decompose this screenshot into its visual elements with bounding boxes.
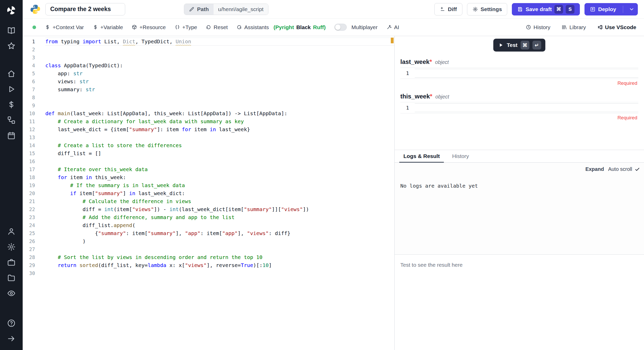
- code-line[interactable]: {"summary": item["summary"], "app": item…: [45, 229, 394, 237]
- workers-briefcase-icon[interactable]: [4, 255, 19, 270]
- code-line[interactable]: [45, 157, 394, 165]
- arg-name: last_week*: [400, 58, 432, 65]
- kbd-enter-badge: ↵: [532, 41, 541, 49]
- path-control[interactable]: Path u/henri/agile_script: [184, 4, 268, 15]
- schedules-icon[interactable]: [4, 128, 19, 143]
- star-icon[interactable]: [4, 38, 19, 54]
- settings-gear-icon[interactable]: [4, 239, 19, 255]
- multiplayer-toggle[interactable]: [334, 24, 347, 31]
- help-icon[interactable]: [4, 315, 19, 331]
- deploy-main[interactable]: Deploy: [585, 3, 620, 15]
- tab-history[interactable]: History: [446, 150, 475, 162]
- code-line[interactable]: if item["summary"] in last_week_dict:: [45, 189, 394, 197]
- arg-this-week: this_week* object 1 Required: [400, 93, 638, 121]
- code-line[interactable]: [45, 134, 394, 141]
- code-line[interactable]: [45, 269, 394, 277]
- code-line[interactable]: class AppData(TypedDict):: [45, 62, 394, 70]
- autoscroll-toggle[interactable]: Auto scroll: [608, 166, 640, 172]
- code-line[interactable]: # Calculate the difference in views: [45, 197, 394, 205]
- code-line[interactable]: [45, 94, 394, 102]
- code-line[interactable]: diff = int(item["views"]) - int(last_wee…: [45, 205, 394, 213]
- code-line[interactable]: # Add the difference, summary and app to…: [45, 213, 394, 221]
- code-line[interactable]: # Create a list to store the differences: [45, 141, 394, 149]
- deploy-button[interactable]: Deploy: [584, 3, 638, 15]
- code-line[interactable]: [45, 102, 394, 110]
- add-resource-button[interactable]: +Resource: [132, 24, 166, 30]
- diff-button[interactable]: Diff: [434, 3, 462, 15]
- code-line[interactable]: from typing import List, Dict, TypedDict…: [45, 38, 394, 46]
- arg-type-label: object: [435, 94, 449, 100]
- code-line[interactable]: # Sort the list by views in descending o…: [45, 253, 394, 261]
- audit-eye-icon[interactable]: [4, 286, 19, 301]
- code-line[interactable]: # Iterate over this_week data: [45, 165, 394, 173]
- reset-icon: [206, 24, 211, 30]
- code-line[interactable]: return sorted(diff_list, key=lambda x: x…: [45, 261, 394, 269]
- use-vscode-button[interactable]: Use VScode: [597, 24, 636, 30]
- result-tabs: Logs & Result History: [395, 150, 644, 163]
- arg-input-this-week[interactable]: 1: [400, 102, 638, 113]
- vscode-icon: [597, 24, 603, 30]
- line-number: 25: [23, 229, 35, 237]
- code-line[interactable]: summary: str: [45, 86, 394, 94]
- code-line[interactable]: last_week_dict = {item["summary"]: item …: [45, 126, 394, 134]
- code-line[interactable]: [45, 54, 394, 62]
- history-button[interactable]: History: [526, 24, 550, 30]
- folders-icon[interactable]: [4, 270, 19, 286]
- line-number: 22: [23, 205, 35, 213]
- script-title-input[interactable]: Compare the 2 weeks: [45, 3, 125, 15]
- ai-button[interactable]: AI: [386, 24, 399, 30]
- status-dot: [32, 26, 36, 29]
- save-draft-button[interactable]: Save draft ⌘ S: [512, 3, 580, 15]
- code-line[interactable]: views: str: [45, 78, 394, 86]
- code-line[interactable]: # Create a dictionary for last_week data…: [45, 118, 394, 126]
- expand-button[interactable]: Expand: [585, 166, 604, 172]
- add-variable-button[interactable]: +Variable: [93, 24, 123, 30]
- save-draft-label: Save draft: [526, 6, 552, 12]
- assistants-button[interactable]: Assistants: [236, 24, 269, 30]
- add-type-button[interactable]: +Type: [175, 24, 197, 30]
- resources-icon[interactable]: [4, 112, 19, 128]
- book-icon[interactable]: [4, 23, 19, 38]
- code-line[interactable]: ): [45, 237, 394, 245]
- python-logo-icon: [30, 4, 41, 15]
- test-button[interactable]: Test ⌘ ↵: [493, 39, 545, 52]
- deploy-dropdown[interactable]: [626, 3, 638, 15]
- line-number: 28: [23, 253, 35, 261]
- tab-logs-result[interactable]: Logs & Result: [397, 150, 446, 162]
- code-line[interactable]: app: str: [45, 70, 394, 78]
- settings-button[interactable]: Settings: [467, 3, 507, 15]
- code-line[interactable]: diff_list.append(: [45, 221, 394, 229]
- runs-icon[interactable]: [4, 81, 19, 97]
- code-line[interactable]: for item in this_week:: [45, 173, 394, 181]
- code-line[interactable]: # If the summary is in last_week data: [45, 181, 394, 189]
- library-button[interactable]: Library: [562, 24, 586, 30]
- clock-icon: [526, 24, 531, 30]
- code-editor[interactable]: 1234567891011121314151617181920212223242…: [23, 36, 395, 350]
- path-button[interactable]: Path: [184, 4, 214, 15]
- add-context-var-button[interactable]: +Context Var: [45, 24, 84, 30]
- logs-header: Expand Auto scroll: [585, 166, 640, 172]
- editor-code[interactable]: from typing import List, Dict, TypedDict…: [45, 36, 394, 350]
- topbar-actions: Diff Settings Save draft ⌘ S Deploy: [434, 3, 638, 15]
- windmill-logo-icon[interactable]: [4, 3, 19, 18]
- code-line[interactable]: [45, 245, 394, 253]
- arg-input-last-week[interactable]: 1: [400, 68, 638, 79]
- arg-input-field[interactable]: [415, 69, 638, 78]
- path-value[interactable]: u/henri/agile_script: [214, 4, 268, 15]
- user-icon[interactable]: [4, 224, 19, 239]
- save-icon: [517, 6, 523, 12]
- required-hint: Required: [400, 80, 638, 86]
- required-asterisk: *: [430, 93, 432, 100]
- content: 1234567891011121314151617181920212223242…: [23, 36, 644, 350]
- code-line[interactable]: diff_list = []: [45, 149, 394, 157]
- editor-scrollbar[interactable]: [390, 36, 394, 350]
- reset-button[interactable]: Reset: [206, 24, 228, 30]
- variables-icon[interactable]: [4, 97, 19, 112]
- collapse-arrow-icon[interactable]: [4, 331, 19, 346]
- line-number: 21: [23, 197, 35, 205]
- code-line[interactable]: [45, 46, 394, 54]
- add-type-label: +Type: [182, 24, 197, 30]
- code-line[interactable]: def main(last_week: List[AppData], this_…: [45, 110, 394, 118]
- home-icon[interactable]: [4, 66, 19, 81]
- arg-input-field[interactable]: [415, 103, 638, 112]
